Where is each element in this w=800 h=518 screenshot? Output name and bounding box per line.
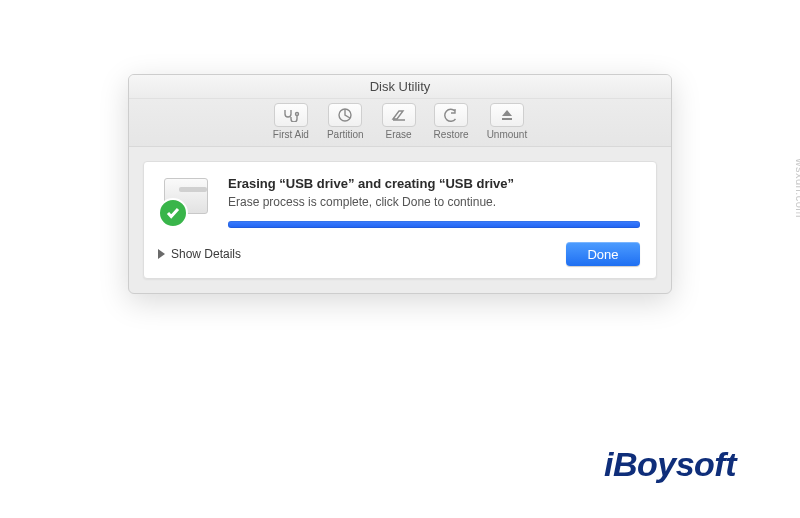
toolbar-partition[interactable]: Partition (327, 103, 364, 140)
toolbar-erase[interactable]: Erase (382, 103, 416, 140)
drive-success-icon (158, 176, 214, 228)
toolbar-restore[interactable]: Restore (434, 103, 469, 140)
erase-result-sheet: Erasing “USB drive” and creating “USB dr… (143, 161, 657, 279)
side-watermark: wsxdn.com (794, 158, 800, 218)
disk-utility-window: Disk Utility First Aid Partition Erase R… (128, 74, 672, 294)
stethoscope-icon (274, 103, 308, 127)
toolbar: First Aid Partition Erase Restore Unmoun… (129, 99, 671, 147)
eject-icon (490, 103, 524, 127)
done-button[interactable]: Done (566, 242, 640, 266)
toolbar-label: Partition (327, 129, 364, 140)
svg-point-0 (295, 113, 298, 116)
toolbar-unmount[interactable]: Unmount (487, 103, 528, 140)
iboysoft-logo: iBoysoft (604, 445, 736, 484)
toolbar-label: Unmount (487, 129, 528, 140)
restore-icon (434, 103, 468, 127)
toolbar-label: Restore (434, 129, 469, 140)
sheet-title: Erasing “USB drive” and creating “USB dr… (228, 176, 640, 191)
toolbar-label: Erase (386, 129, 412, 140)
toolbar-first-aid[interactable]: First Aid (273, 103, 309, 140)
show-details-toggle[interactable]: Show Details (158, 247, 241, 261)
progress-bar (228, 221, 640, 228)
erase-icon (382, 103, 416, 127)
svg-rect-2 (502, 118, 512, 120)
window-title: Disk Utility (129, 75, 671, 99)
sheet-subtitle: Erase process is complete, click Done to… (228, 195, 640, 209)
details-label: Show Details (171, 247, 241, 261)
disclosure-triangle-icon (158, 249, 165, 259)
pie-icon (328, 103, 362, 127)
toolbar-label: First Aid (273, 129, 309, 140)
checkmark-icon (158, 198, 188, 228)
